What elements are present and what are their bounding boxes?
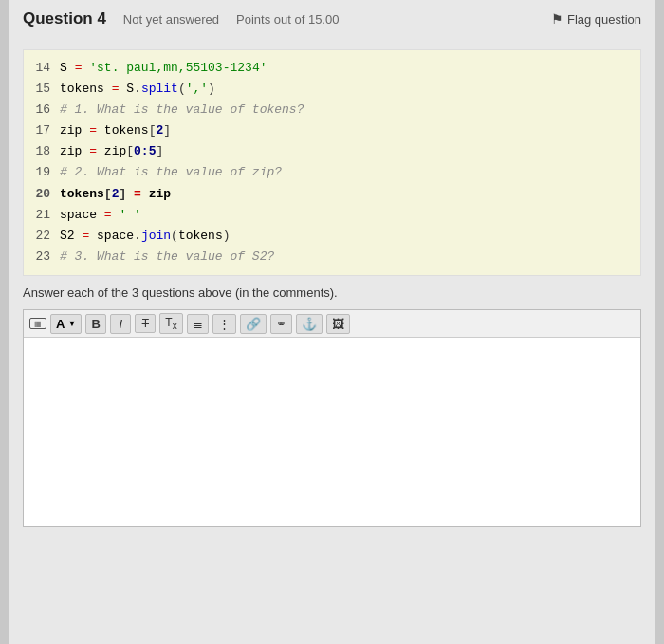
keyboard-icon: ▦ xyxy=(29,318,46,329)
code-line-16: 16 # 1. What is the value of tokens? xyxy=(33,100,631,120)
link-button[interactable]: 🔗 xyxy=(240,314,267,334)
code-line-14: 14 S = 'st. paul,mn,55103-1234' xyxy=(33,58,631,79)
line-num-17: 17 xyxy=(33,120,60,141)
code-line-18: 18 zip = zip[0:5] xyxy=(33,141,631,162)
code-content-20: tokens[2] = zip xyxy=(60,184,171,205)
strikethrough-button[interactable]: T xyxy=(135,314,156,333)
question-title: Question 4 xyxy=(23,9,106,28)
line-num-15: 15 xyxy=(33,79,60,100)
line-num-18: 18 xyxy=(33,141,60,162)
format-tx-button[interactable]: Tx xyxy=(159,313,182,334)
code-content-14: S = 'st. paul,mn,55103-1234' xyxy=(60,58,267,79)
code-block: 14 S = 'st. paul,mn,55103-1234' 15 token… xyxy=(23,49,641,276)
code-content-22: S2 = space.join(tokens) xyxy=(60,226,231,247)
image-button[interactable]: 🖼 xyxy=(326,314,350,334)
dropdown-arrow-icon: ▼ xyxy=(67,319,76,328)
code-content-19: # 2. What is the value of zip? xyxy=(60,162,282,183)
code-content-23: # 3. What is the value of S2? xyxy=(60,247,274,267)
page-wrapper: Question 4 Not yet answered Points out o… xyxy=(9,0,655,644)
code-line-19: 19 # 2. What is the value of zip? xyxy=(33,162,631,183)
line-num-16: 16 xyxy=(33,100,60,120)
editor-box: ▦ A ▼ B I T Tx ≣ ⋮ 🔗 ⚭ ⚓ xyxy=(23,309,641,527)
flag-question-button[interactable]: ⚑ Flag question xyxy=(551,11,641,27)
code-content-16: # 1. What is the value of tokens? xyxy=(60,100,304,120)
unordered-list-button[interactable]: ⋮ xyxy=(212,314,236,334)
line-num-20: 20 xyxy=(33,184,60,205)
flag-icon: ⚑ xyxy=(551,11,563,27)
font-a-dropdown[interactable]: A ▼ xyxy=(50,314,82,334)
editor-area[interactable] xyxy=(24,338,640,508)
line-num-22: 22 xyxy=(33,226,60,247)
code-content-18: zip = zip[0:5] xyxy=(60,141,163,162)
code-line-17: 17 zip = tokens[2] xyxy=(33,120,631,141)
not-answered-label: Not yet answered xyxy=(123,12,219,27)
line-num-21: 21 xyxy=(33,205,60,226)
editor-toolbar: ▦ A ▼ B I T Tx ≣ ⋮ 🔗 ⚭ ⚓ xyxy=(24,310,640,338)
bold-button[interactable]: B xyxy=(85,314,106,334)
code-content-21: space = ' ' xyxy=(60,205,141,226)
code-content-17: zip = tokens[2] xyxy=(60,120,171,141)
code-line-21: 21 space = ' ' xyxy=(33,205,631,226)
line-num-19: 19 xyxy=(33,162,60,183)
points-out-label: Points out of 15.00 xyxy=(236,12,339,27)
instruction-text: Answer each of the 3 questions above (in… xyxy=(23,285,641,300)
line-num-23: 23 xyxy=(33,247,60,267)
code-line-22: 22 S2 = space.join(tokens) xyxy=(33,226,631,247)
question-header: Question 4 Not yet answered Points out o… xyxy=(23,9,641,38)
line-num-14: 14 xyxy=(33,58,60,79)
font-a-label: A xyxy=(56,317,65,331)
flag-label: Flag question xyxy=(567,12,641,27)
anchor-button[interactable]: ⚓ xyxy=(296,314,323,334)
code-line-23: 23 # 3. What is the value of S2? xyxy=(33,247,631,267)
code-content-15: tokens = S.split(',') xyxy=(60,79,215,100)
italic-button[interactable]: I xyxy=(110,314,131,334)
code-line-15: 15 tokens = S.split(',') xyxy=(33,79,631,100)
unlink-button[interactable]: ⚭ xyxy=(270,314,292,334)
ordered-list-button[interactable]: ≣ xyxy=(187,314,209,334)
code-line-20: 20 tokens[2] = zip xyxy=(33,184,631,205)
